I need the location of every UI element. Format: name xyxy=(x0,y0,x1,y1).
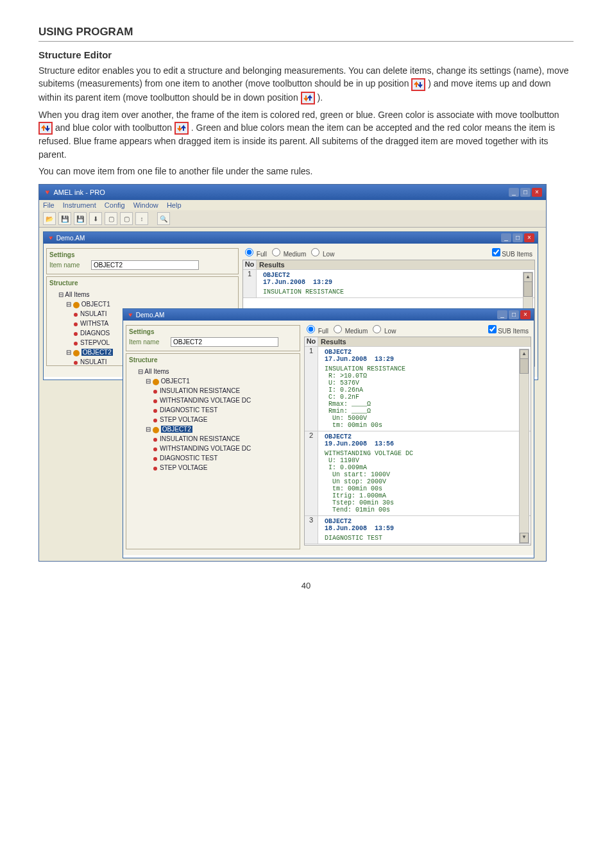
tool-tree2-icon[interactable]: ▢ xyxy=(120,212,133,225)
section-heading: USING PROGRAM xyxy=(38,26,574,42)
app-window: 🔻 AMEL ink - PRO _ □ × File Instrument C… xyxy=(38,184,547,562)
bullet-icon xyxy=(74,342,78,346)
settings-label: Settings xyxy=(129,328,297,335)
bullet-icon xyxy=(153,438,157,442)
doc1-min-button[interactable]: _ xyxy=(501,233,511,242)
doc2-radio-row: Full Medium Low SUB Items xyxy=(304,323,531,337)
settings-label: Settings xyxy=(49,251,235,258)
doc2-max-button[interactable]: □ xyxy=(509,310,519,319)
para-2: When you drag item over another, the fra… xyxy=(38,108,574,161)
move-down-icon xyxy=(174,122,189,135)
tool-move-icon[interactable]: ↕ xyxy=(135,212,148,225)
para-3: You can move item from one file to anoth… xyxy=(38,165,574,178)
app-titlebar[interactable]: 🔻 AMEL ink - PRO _ □ × xyxy=(39,185,546,200)
bullet-icon xyxy=(153,409,157,413)
doc1-close-button[interactable]: × xyxy=(524,233,534,242)
result-row[interactable]: 1 OBJECT2 17.Jun.2008 13:29INSULATION RE… xyxy=(305,347,531,431)
result-head: OBJECT2 17.Jun.2008 13:29 xyxy=(259,271,532,287)
bullet-icon xyxy=(153,447,157,451)
para-1: Structure editor enables you to edit a s… xyxy=(38,64,574,104)
bullet-icon xyxy=(153,419,157,422)
app-title: 🔻 AMEL ink - PRO xyxy=(43,188,105,197)
tool-open-icon[interactable]: 📂 xyxy=(43,212,56,225)
result-body: DIAGNOSTIC TEST xyxy=(321,533,528,543)
subitems-check[interactable]: SUB Items xyxy=(488,325,529,335)
bullet-icon xyxy=(153,457,157,461)
doc2-titlebar[interactable]: 🔻 Demo.AM _ □ × xyxy=(123,309,534,321)
close-button[interactable]: × xyxy=(532,188,542,197)
gear-icon xyxy=(153,427,159,433)
results-header: NoResults xyxy=(305,337,531,347)
menubar[interactable]: File Instrument Config Window Help xyxy=(39,200,546,210)
tool-save-icon[interactable]: 💾 xyxy=(58,212,71,225)
tool-download-icon[interactable]: ⬇ xyxy=(89,212,102,225)
doc1-max-button[interactable]: □ xyxy=(513,233,523,242)
tree-selected[interactable]: OBJECT2 xyxy=(81,349,113,356)
menu-instrument[interactable]: Instrument xyxy=(63,201,96,209)
page-number: 40 xyxy=(38,581,574,590)
menu-window[interactable]: Window xyxy=(133,201,158,209)
structure-label: Structure xyxy=(49,280,235,287)
structure-label: Structure xyxy=(129,356,297,363)
bullet-icon xyxy=(153,467,157,471)
bullet-icon xyxy=(153,390,157,394)
doc2-title: 🔻 Demo.AM xyxy=(126,312,164,319)
result-row[interactable]: 3 OBJECT2 18.Jun.2008 13:59DIAGNOSTIC TE… xyxy=(305,516,531,544)
radio-full[interactable]: Full xyxy=(245,248,267,258)
menu-help[interactable]: Help xyxy=(167,201,182,209)
tool-tree1-icon[interactable]: ▢ xyxy=(105,212,117,225)
bullet-icon xyxy=(74,361,78,365)
radio-low[interactable]: Low xyxy=(311,248,334,258)
results-header: NoResults xyxy=(243,260,534,270)
toolbar: 📂 💾 💾 ⬇ ▢ ▢ ↕ 🔍 xyxy=(39,210,546,228)
radio-medium[interactable]: Medium xyxy=(272,248,306,258)
result-body: WITHSTANDING VOLTAGE DC U: 1198V I: 0.00… xyxy=(321,449,528,515)
doc2-settings-group: Settings Item name xyxy=(126,325,300,351)
subsection-heading: Structure Editor xyxy=(38,49,574,60)
item-name-combo[interactable] xyxy=(91,260,199,270)
result-body: INSULATION RESISTANCE xyxy=(259,287,532,297)
para2-text-b: and blue color with toolbutton xyxy=(55,122,174,133)
tool-preview-icon[interactable]: 🔍 xyxy=(157,212,170,225)
item-name-label: Item name xyxy=(129,338,167,346)
doc-window-2: 🔻 Demo.AM _ □ × Settings Item name xyxy=(123,308,534,558)
gear-icon xyxy=(153,379,159,385)
item-name-combo[interactable] xyxy=(171,337,278,347)
radio-low[interactable]: Low xyxy=(373,325,396,335)
move-up-icon xyxy=(411,78,425,91)
gear-icon xyxy=(73,302,80,308)
bullet-icon xyxy=(74,313,78,317)
result-body: INSULATION RESISTANCE R: >10.0TΩ U: 5376… xyxy=(321,364,528,430)
tool-saveas-icon[interactable]: 💾 xyxy=(74,212,87,225)
move-up-icon xyxy=(38,122,53,135)
radio-medium[interactable]: Medium xyxy=(334,325,368,335)
doc1-radio-row: Full Medium Low SUB Items xyxy=(242,246,535,260)
bullet-icon xyxy=(153,399,157,403)
subitems-check[interactable]: SUB Items xyxy=(492,248,532,258)
result-row[interactable]: 2 OBJECT2 19.Jun.2008 13:56WITHSTANDING … xyxy=(305,431,531,516)
radio-full[interactable]: Full xyxy=(307,325,328,335)
doc2-close-button[interactable]: × xyxy=(520,310,531,319)
doc2-min-button[interactable]: _ xyxy=(497,310,507,319)
tree-selected[interactable]: OBJECT2 xyxy=(161,426,192,433)
doc2-tree[interactable]: ⊟ All Items ⊟ OBJECT1 INSULATION RESISTA… xyxy=(129,365,297,474)
move-down-icon xyxy=(301,92,315,104)
maximize-button[interactable]: □ xyxy=(520,188,531,197)
result-head: OBJECT2 19.Jun.2008 13:56 xyxy=(321,432,528,449)
menu-config[interactable]: Config xyxy=(105,201,125,209)
doc1-titlebar[interactable]: 🔻 Demo.AM _ □ × xyxy=(44,232,538,244)
bullet-icon xyxy=(74,322,78,326)
bullet-icon xyxy=(74,332,78,336)
result-head: OBJECT2 18.Jun.2008 13:59 xyxy=(321,517,528,533)
gear-icon xyxy=(73,350,80,356)
minimize-button[interactable]: _ xyxy=(509,188,519,197)
para2-text-a: When you drag item over another, the fra… xyxy=(38,110,559,120)
result-head: OBJECT2 17.Jun.2008 13:29 xyxy=(321,347,528,364)
para1-text-c: ). xyxy=(317,92,323,103)
menu-file[interactable]: File xyxy=(43,201,55,209)
item-name-label: Item name xyxy=(49,262,88,269)
scrollbar[interactable]: ▲▼ xyxy=(519,349,529,544)
result-row[interactable]: 1 OBJECT2 17.Jun.2008 13:29INSULATION RE… xyxy=(243,270,534,298)
doc1-title: 🔻 Demo.AM xyxy=(47,235,85,242)
doc2-structure-group: Structure ⊟ All Items ⊟ OBJECT1 INSULATI… xyxy=(126,353,300,549)
